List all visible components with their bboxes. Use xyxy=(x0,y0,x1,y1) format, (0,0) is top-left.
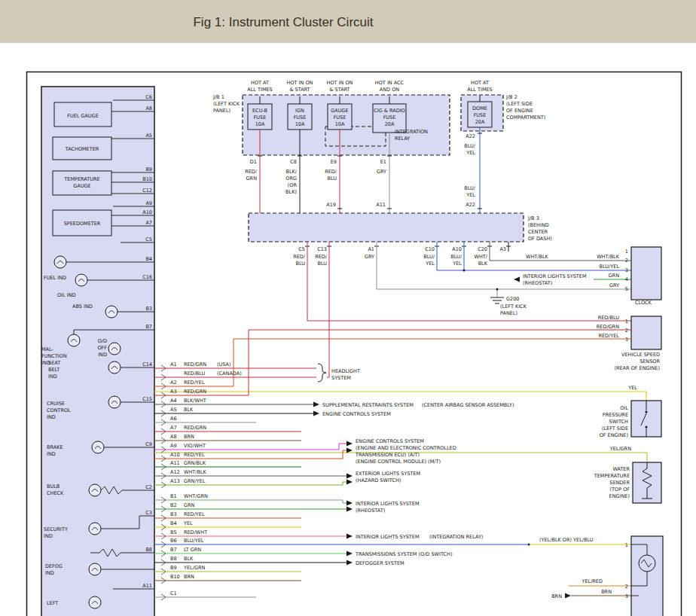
exterior-lights-label: EXTERIOR LIGHTS SYSTEM(HAZARD SWITCH) xyxy=(356,471,420,483)
rheostat-note: INTERIOR LIGHTS SYSTEM(RHEOSTAT) xyxy=(523,273,587,286)
indicator-bulb-icon xyxy=(54,256,66,268)
left-ind-label: LEFT xyxy=(47,600,58,606)
indicator-bulb-icon xyxy=(92,441,104,453)
harness-wire-color: RED/BLU xyxy=(184,371,206,377)
pin-a22-lower: A22 xyxy=(466,202,475,208)
pin-a10-out: A10 xyxy=(452,246,462,252)
pin-a11-jb3: A11 xyxy=(376,202,386,208)
junction-dot xyxy=(463,270,466,272)
harness-pin-label: B3 xyxy=(170,511,177,517)
harness-pin-label: B9 xyxy=(170,565,177,571)
hot-feed-label: HOT ATALL TIMES xyxy=(247,80,272,93)
harness-pin-label: A4 xyxy=(170,398,177,404)
clock-pin-number: 3 xyxy=(625,267,628,273)
indicator-bulb-icon xyxy=(108,396,121,408)
harness-wire-color: GRN xyxy=(184,502,195,508)
flow-arrow xyxy=(346,441,353,447)
water-temp-sender-block: YEL/GRN WATERTEMPERATURESENDER(TOP OFENG… xyxy=(594,446,661,503)
clock-pin-number: 2 xyxy=(625,258,628,264)
tachometer-label: TACHOMETER xyxy=(65,146,99,152)
pin1-wire-label: (YEL/BLK OR) YEL/BLU xyxy=(539,537,594,543)
cluster-edge-pin: B4 xyxy=(145,256,152,262)
wire-color-d1: RED/GRN xyxy=(245,169,258,181)
pin-c13-out: C13 xyxy=(317,246,327,252)
indicator-bulb-icon xyxy=(75,274,87,286)
defogger-label: DEFOGGER SYSTEM xyxy=(356,560,404,566)
vss-pin-number: 1 xyxy=(625,319,628,325)
harness-wire-color: GRN/BLK xyxy=(184,460,206,466)
engine-controls-label: ENGINE CONTROLS SYSTEM xyxy=(322,411,391,417)
vss-wire-label: RED/YEL xyxy=(598,333,619,339)
pin-c20-out: C20 xyxy=(478,246,487,252)
cluster-edge-pin: C3 xyxy=(145,510,152,516)
cluster-edge-pin: B7 xyxy=(145,324,152,330)
harness-pin-label: A3 xyxy=(170,389,177,395)
interior-relay-label: INTERIOR LIGHTS SYSTEM xyxy=(356,534,420,540)
indicator-bulb-icon xyxy=(108,361,121,374)
harness-pin-label: B5 xyxy=(170,529,177,535)
harness-wire-color: BLK xyxy=(184,407,194,413)
harness-wire-color: GRN/YEL xyxy=(184,478,206,484)
harness-wire-color: BLU/YEL xyxy=(184,538,204,544)
pin-d1: D1 xyxy=(250,159,257,165)
vss-block: VEHICLE SPEEDSENSOR(REAR OF ENGINE) RED/… xyxy=(597,315,661,371)
cluster-edge-pin: A5 xyxy=(145,133,152,139)
cluster-edge-pin: B3 xyxy=(145,306,152,312)
pin-e1: E1 xyxy=(380,159,386,165)
flow-arrow xyxy=(346,501,353,506)
clock-pin-number: 5 xyxy=(625,286,628,292)
vss-wire-label: RED/BLU xyxy=(598,315,620,321)
harness-wire-color: RED/YEL xyxy=(184,511,205,517)
wire-red-blu-runs xyxy=(307,242,631,377)
harness-pin-label: B4 xyxy=(170,520,177,526)
harness-wire-color: RED/GRN xyxy=(184,425,206,431)
wire-yel-runs xyxy=(154,392,646,544)
harness-wire-color: RED/GRN xyxy=(184,361,206,367)
harness-pin-label: A8 xyxy=(170,434,177,440)
cluster-edge-pin: C6 xyxy=(145,94,152,100)
rheostat-arrow-icon xyxy=(514,277,520,282)
junction-dot xyxy=(496,288,499,291)
wire-color-c8: BLK/ORG(ORBLK) xyxy=(285,169,298,195)
clock-wire-label: GRY xyxy=(609,282,619,288)
cluster-edge-pin: A10 xyxy=(142,209,152,215)
cluster-edge-pin: C14 xyxy=(142,361,152,367)
pin-c5-out: C5 xyxy=(298,246,305,252)
flow-arrow xyxy=(565,593,571,599)
fuel-gauge-label: FUEL GAUGE xyxy=(67,113,99,119)
vss-wire-label: RED/GRN xyxy=(597,324,619,330)
ign-fuse-label: IGNFUSE10A xyxy=(294,108,307,127)
indicator-bulb-icon xyxy=(89,563,101,575)
wire-color-c20: WHT/BLK xyxy=(475,254,488,267)
clock-block: CLOCK WHT/BLK WHT/BLK BLU/YEL GRN GRY IN… xyxy=(514,247,661,306)
clock-title: CLOCK xyxy=(635,300,652,306)
harness-pin-label: A7 xyxy=(170,425,177,431)
cluster-edge-pin: C15 xyxy=(142,396,152,402)
harness-wire-color: YEL xyxy=(183,520,193,526)
flow-arrow xyxy=(313,411,319,416)
harness-pin-label: A1 xyxy=(170,361,177,367)
jb3-label: J/B 3(BEHINDCENTEROF DASH) xyxy=(527,215,552,242)
harness-pin-label: A11 xyxy=(170,460,180,466)
hot-feed-label: HOT IN ON& START xyxy=(287,80,313,93)
water-sender-label: WATERTEMPERATURESENDER(TOP OFENGINE) xyxy=(594,466,630,499)
hot-feed-label: HOT IN ACCAND ON xyxy=(375,80,404,93)
flow-arrow xyxy=(346,474,353,479)
wire-color-a10: BLU/YEL xyxy=(450,254,462,267)
cluster-edge-pin: A11 xyxy=(142,583,152,589)
fuel-sender-block: (YEL/BLK OR) YEL/BLU 1 YEL/RED 2 BRN BRN… xyxy=(539,536,663,616)
brace-icon xyxy=(318,364,326,382)
wire-color-a22-lower: BLU/YEL xyxy=(464,185,476,198)
pin3-wire-label: BRN xyxy=(601,589,612,595)
harness-wire-color: RED/WHT xyxy=(184,529,207,535)
harness-wire-note: (USA) xyxy=(217,361,231,367)
clock-wire-label: GRN xyxy=(609,273,620,279)
harness-wire-color: YEL/GRN xyxy=(183,565,205,571)
indicator-bulb-icon xyxy=(68,334,80,346)
vss-label: VEHICLE SPEEDSENSOR(REAR OF ENGINE) xyxy=(614,352,660,371)
harness-pin-label: B10 xyxy=(170,574,180,580)
wire-color-a1: GRY xyxy=(365,254,374,260)
cluster-edge-pin: B10 xyxy=(142,176,152,182)
harness-pin-label: B1 xyxy=(170,493,177,499)
harness-pin-label: B8 xyxy=(170,556,177,562)
